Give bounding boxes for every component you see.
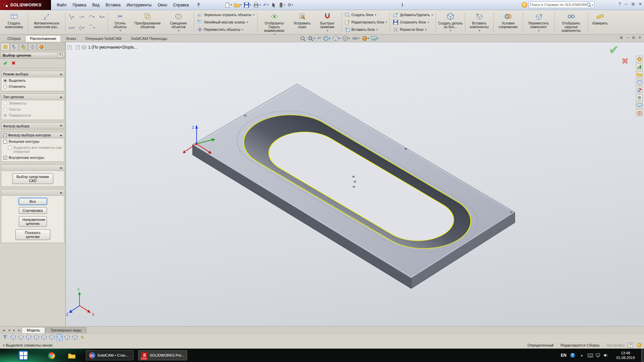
view-cube-button[interactable] [17, 334, 24, 341]
model-tab[interactable]: Модель [22, 327, 45, 333]
tray-volume-icon[interactable] [603, 349, 608, 362]
menu-edit[interactable]: Правка [70, 1, 90, 9]
undo-button[interactable]: ↶ [262, 2, 269, 8]
edit-block-button[interactable]: Редактировать блок [344, 19, 388, 25]
view-cube-button[interactable] [41, 334, 47, 341]
minimize-button[interactable] [625, 2, 628, 6]
hide-show-items-button[interactable] [352, 36, 360, 41]
mirror-entities-button[interactable]: Зеркально отразить объекты [196, 12, 255, 18]
language-indicator[interactable]: EN [561, 349, 567, 362]
group-header[interactable] [1, 165, 64, 171]
status-help-button[interactable]: ? [628, 343, 633, 348]
new-document-button[interactable] [224, 2, 232, 8]
texts-radio[interactable] [3, 108, 7, 111]
view-cube-button[interactable] [10, 334, 16, 341]
linear-pattern-button[interactable]: Линейный массив эскиза [196, 19, 255, 25]
show-hidden-components-button[interactable]: Отобразить скрытые компоненты [556, 11, 587, 34]
sketch-point-button[interactable]: ∙ [97, 22, 107, 33]
view-cube-button[interactable] [64, 334, 70, 341]
view-cube-button-active[interactable] [56, 334, 63, 341]
print-button[interactable] [253, 2, 261, 8]
measure-button[interactable]: Измерить [589, 11, 611, 34]
sketch-ellipse-button[interactable]: ⌒ [87, 22, 97, 33]
group-header[interactable]: Режим выбора [1, 71, 64, 77]
show-desktop-button[interactable] [641, 349, 644, 362]
convert-entities-button[interactable]: Преобразование объектов [131, 11, 164, 34]
menu-tools[interactable]: Инструменты [123, 1, 155, 9]
help-button[interactable] [619, 2, 621, 6]
contour-filter-checkbox[interactable] [3, 133, 7, 137]
confirm-ok-icon[interactable]: ✔ [609, 43, 619, 57]
insert-components-button[interactable]: Вставить компоненты [466, 11, 492, 34]
taskbar-clock[interactable]: 13:48 01.08.2019 [614, 351, 637, 360]
view-orientation-button[interactable] [333, 36, 340, 41]
view-cube-button[interactable] [25, 334, 32, 341]
pm-tab-dimxpert[interactable] [28, 43, 37, 50]
mate-button[interactable]: Условия сопряжения [495, 11, 522, 34]
quick-snaps-button[interactable]: Быстрые привязки [314, 11, 340, 34]
pm-tab-feature-tree[interactable] [10, 43, 18, 50]
open-elements-checkbox[interactable] [8, 146, 12, 149]
help-hint-icon[interactable]: ? [522, 2, 527, 8]
search-dropdown-icon[interactable] [591, 2, 593, 7]
feature-tree-root-row[interactable]: + 1 (По умолчанию<Displa... [76, 45, 137, 50]
trim-entities-button[interactable]: ✂ Отсечь объекты [109, 11, 131, 34]
auto-dimension-button[interactable]: Автоматическое нанесение раз... [29, 11, 64, 34]
make-block-button[interactable]: Создать блок [344, 12, 388, 18]
zoom-area-button[interactable] [308, 36, 315, 41]
cad-select-button[interactable]: Выбор средствами CAD [12, 173, 53, 184]
threed-views-tab[interactable]: Трехмерные виды [45, 327, 87, 333]
sketch-polygon-button[interactable]: ◇ [76, 22, 87, 33]
doc-close-button[interactable] [638, 36, 641, 40]
sketch-circle-button[interactable]: ○ [76, 11, 87, 22]
insert-block-button[interactable]: Вставить блок [344, 26, 388, 33]
restore-button[interactable] [632, 2, 635, 6]
menu-view[interactable]: Вид [89, 1, 103, 9]
repair-sketch-button[interactable]: Исправить эскиз [290, 11, 314, 34]
explorer-taskbar-icon[interactable] [67, 351, 76, 360]
doc-restore-button[interactable] [632, 36, 635, 40]
show-chains-button[interactable]: Показать цепочки [15, 229, 50, 240]
tab-sketch[interactable]: Эскиз [61, 35, 81, 42]
solidcam-folder-icon[interactable] [636, 71, 643, 78]
select-radio[interactable] [3, 79, 7, 82]
tab-solidcam-transitions[interactable]: SolidCAM Переходы [126, 35, 172, 42]
menu-insert[interactable]: Вставка [103, 1, 124, 9]
search-icon[interactable] [586, 2, 591, 7]
collapse-chevron-icon[interactable] [60, 73, 62, 75]
create-layout-button[interactable]: Создать компоновку [1, 11, 27, 34]
select-button[interactable] [270, 2, 277, 8]
collapse-chevron-icon[interactable] [60, 192, 62, 193]
view-cube-button[interactable] [33, 334, 40, 341]
scroll-right-icon[interactable]: ► [11, 327, 16, 333]
view-cube-button[interactable] [71, 334, 78, 341]
group-header[interactable]: Фильтр выбора [1, 123, 64, 129]
solidcam-simulation-icon[interactable] [636, 102, 643, 109]
faces-radio[interactable] [3, 114, 7, 117]
collapse-chevron-icon[interactable] [60, 134, 62, 136]
start-button[interactable] [18, 351, 28, 360]
tray-expand-icon[interactable]: ▲ [580, 349, 583, 362]
pm-help-button[interactable]: ? [58, 53, 63, 58]
pm-tab-appearances[interactable] [37, 43, 46, 50]
explode-block-button[interactable]: Разнести блок [392, 26, 433, 33]
rebuild-button[interactable] [278, 2, 286, 8]
solidcam-report-icon[interactable] [636, 86, 643, 93]
tab-assembly[interactable]: Сборка [3, 35, 25, 42]
tray-network-icon[interactable] [596, 349, 601, 362]
taskbar-app-solidworks[interactable]: S2015 SOLIDWORKS Pre... [138, 350, 187, 360]
scroll-last-icon[interactable]: ►| [16, 327, 22, 333]
solidcam-stock-icon[interactable] [636, 79, 643, 85]
customize-link[interactable]: Настройка [606, 343, 625, 347]
tray-keyboard-icon[interactable] [588, 349, 593, 362]
tab-layout[interactable]: Расположение [25, 35, 61, 42]
display-relations-button[interactable]: Отобразить/Скрыть взаимосвязи [259, 11, 290, 34]
collapse-chevron-icon[interactable] [60, 167, 62, 169]
move-entities-button[interactable]: Переместить объекты [196, 26, 255, 33]
move-component-button[interactable]: Переместить компонент [524, 11, 553, 34]
taskbar-app-solidcam[interactable]: SC SolidCAM • Стан... [86, 350, 133, 360]
save-button[interactable] [243, 2, 252, 8]
doc-cascade-icon[interactable] [620, 36, 623, 40]
selection-filter-icon[interactable] [2, 334, 9, 341]
deselect-radio[interactable] [3, 85, 7, 88]
